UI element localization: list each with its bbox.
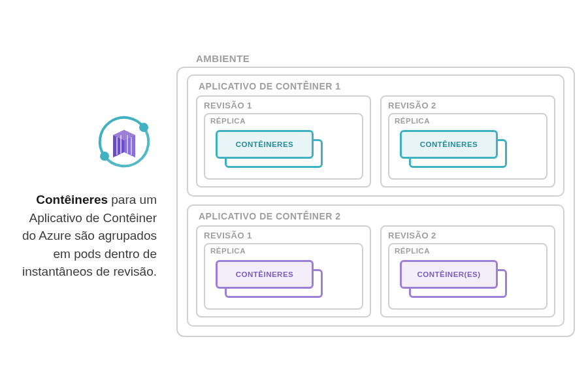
container-app-1: APLICATIVO DE CONTÊINER 1 REVISÃO 1 RÉPL… — [187, 74, 564, 197]
revision-box: REVISÃO 2 RÉPLICA CONTÊINERES — [380, 95, 555, 187]
caption-bold: Contêineres — [36, 193, 108, 206]
caption-text: Contêineres para um Aplicativo de Contêi… — [13, 191, 157, 281]
revision-header: REVISÃO 1 — [204, 231, 363, 240]
container-stack: CONTÊINERES — [395, 130, 541, 171]
revision-header: REVISÃO 2 — [388, 101, 547, 110]
revisions-row: REVISÃO 1 RÉPLICA CONTÊINERES REVISÃO 2 — [196, 225, 555, 317]
right-panel: AMBIENTE APLICATIVO DE CONTÊINER 1 REVIS… — [176, 46, 588, 344]
replica-box: RÉPLICA CONTÊINERES — [204, 113, 363, 180]
replica-box: RÉPLICA CONTÊINER(ES) — [388, 243, 547, 310]
svg-point-0 — [139, 123, 148, 132]
replica-header: RÉPLICA — [210, 247, 357, 255]
replica-box: RÉPLICA CONTÊINERES — [388, 113, 547, 180]
container-stack: CONTÊINERES — [210, 260, 357, 301]
replica-header: RÉPLICA — [395, 247, 541, 255]
container-app-2: APLICATIVO DE CONTÊINER 2 REVISÃO 1 RÉPL… — [187, 204, 564, 327]
svg-point-1 — [100, 152, 109, 161]
diagram-layout: Contêineres para um Aplicativo de Contêi… — [0, 0, 588, 390]
container-stack: CONTÊINERES — [210, 130, 357, 171]
app-header: APLICATIVO DE CONTÊINER 1 — [199, 81, 555, 91]
revision-box: REVISÃO 1 RÉPLICA CONTÊINERES — [196, 225, 371, 317]
environment-box: APLICATIVO DE CONTÊINER 1 REVISÃO 1 RÉPL… — [176, 67, 575, 337]
revision-box: REVISÃO 1 RÉPLICA CONTÊINERES — [196, 95, 371, 187]
revision-box: REVISÃO 2 RÉPLICA CONTÊINER(ES) — [380, 225, 555, 317]
replica-header: RÉPLICA — [395, 117, 541, 125]
revision-header: REVISÃO 1 — [204, 101, 363, 110]
revisions-row: REVISÃO 1 RÉPLICA CONTÊINERES REVISÃO 2 — [196, 95, 555, 187]
left-panel: Contêineres para um Aplicativo de Contêi… — [0, 96, 176, 294]
app-header: APLICATIVO DE CONTÊINER 2 — [199, 211, 555, 221]
container-card: CONTÊINERES — [216, 260, 314, 289]
container-card: CONTÊINERES — [400, 130, 498, 159]
revision-header: REVISÃO 2 — [388, 231, 547, 240]
container-card: CONTÊINERES — [216, 130, 314, 159]
environment-label: AMBIENTE — [196, 53, 575, 64]
replica-box: RÉPLICA CONTÊINERES — [204, 243, 363, 310]
replica-header: RÉPLICA — [210, 117, 357, 125]
container-card: CONTÊINER(ES) — [400, 260, 498, 289]
container-stack: CONTÊINER(ES) — [395, 260, 541, 301]
azure-container-apps-icon — [13, 109, 157, 174]
